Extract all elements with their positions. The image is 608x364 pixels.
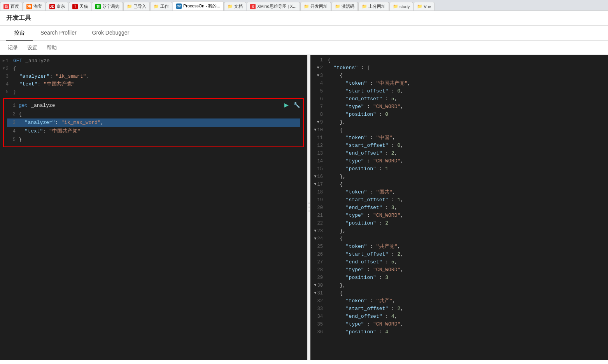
folder-icon-dev: 📁 [304,4,309,9]
inactive-line-5: 5 } [0,88,307,96]
browser-tab-bar: 百 百度 淘 淘宝 JD 京东 T 天猫 苏 苏宁易购 📁 已导入 📁 工作 O… [0,0,608,11]
fold-arrow-30[interactable]: ▼ [314,282,317,289]
tab-work[interactable]: 📁 工作 [150,2,172,10]
line-num-3: 3 [0,73,12,80]
fold-arrow-16[interactable]: ▼ [314,173,317,181]
result-line-2: ▼ 2 "tokens" : [ [310,64,608,72]
result-line-24: ▼ 24 { [310,235,608,243]
result-line-30: ▼ 30 }, [310,282,608,289]
active-line-2: 2 { [7,110,300,118]
app-title: 开发工具 [6,14,31,21]
fold-arrow-2[interactable]: ▼ [3,65,5,73]
tab-vue[interactable]: 📁 Vue [414,2,435,10]
sub-nav-settings[interactable]: 设置 [26,44,39,52]
main-nav: 控台 Search Profiler Grok Debugger [0,26,608,41]
fold-arrow-31[interactable]: ▼ [314,289,317,297]
inactive-line-3: 3 "analyzer": "ik_smart", [0,73,307,80]
result-line-36: 36 "position" : 4 [310,328,608,336]
tab-console[interactable]: 控台 [6,26,33,41]
fold-arrow-3[interactable]: ▼ [317,72,319,80]
folder-icon-docs: 📁 [228,4,233,9]
active-editor-block: ▶ 🔧 1 get _analyze 2 { 3 "analyzer": "ik… [3,98,304,147]
result-line-25: 25 "token" : "共产党", [310,243,608,251]
line-num-5: 5 [0,88,12,96]
tab-xmind[interactable]: X XMind思维导图 | X... [247,2,300,10]
line-content-2: { [12,65,307,73]
folder-icon-vue: 📁 [417,4,422,9]
result-line-35: 35 "type" : "CN_WORD", [310,320,608,328]
sub-nav-help[interactable]: 帮助 [45,44,58,52]
result-line-15: 15 "position" : 1 [310,165,608,173]
tab-processon[interactable]: On ProcessOn - 我的... [173,1,224,10]
result-line-23: ▼ 23 }, [310,227,608,235]
result-line-33: 33 "start_offset" : 2, [310,305,608,313]
tab-suning[interactable]: 苏 苏宁易购 [92,2,123,10]
tab-taobao[interactable]: 淘 淘宝 [23,2,46,10]
code-editor[interactable]: ▶ 1 GET _analyze ▼ 2 { 3 [0,55,307,360]
folder-icon-upper: 📁 [362,4,367,9]
active-line-1: 1 get _analyze [7,101,300,110]
editor-toolbar: ▶ 🔧 [282,101,301,109]
active-line-3: 3 "analyzer": "ik_max_word", [7,118,300,127]
wrench-button[interactable]: 🔧 [292,101,301,109]
tab-tianmao[interactable]: T 天猫 [69,2,91,10]
tab-imported[interactable]: 📁 已导入 [123,2,150,10]
main-content: ▶ 1 GET _analyze ▼ 2 { 3 [0,55,608,360]
app-header: 开发工具 [0,11,608,26]
result-line-14: 14 "type" : "CN_WORD", [310,157,608,165]
run-button[interactable]: ▶ [282,101,291,109]
tab-search-profiler[interactable]: Search Profiler [33,26,84,41]
fold-arrow-24[interactable]: ▼ [314,235,317,243]
folder-icon-imported: 📁 [127,4,132,9]
inactive-line-2: ▼ 2 { [0,65,307,73]
active-line-4: 4 "text": "中国共产党" [7,127,300,136]
result-line-3: ▼ 3 { [310,72,608,80]
result-line-10: ▼ 10 { [310,126,608,134]
inactive-editor-block: ▶ 1 GET _analyze ▼ 2 { 3 [0,56,307,97]
result-line-31: ▼ 31 { [310,289,608,297]
result-line-11: 11 "token" : "中国", [310,134,608,142]
fold-arrow-17[interactable]: ▼ [314,181,317,188]
result-line-8: 8 "position" : 0 [310,111,608,118]
line-content-5: } [12,88,307,96]
tab-jd[interactable]: JD 京东 [46,2,68,10]
result-line-5: 5 "start_offset" : 0, [310,87,608,95]
jd-icon: JD [49,4,55,9]
xmind-icon: X [250,4,256,9]
result-line-29: 29 "position" : 3 [310,274,608,282]
fold-arrow-23[interactable]: ▼ [314,227,317,235]
tab-grok-debugger[interactable]: Grok Debugger [84,26,137,41]
right-panel: 1 { ▼ 2 "tokens" : [ ▼ 3 { [310,55,608,360]
fold-arrow-2[interactable]: ▼ [317,64,319,72]
fold-arrow-10[interactable]: ▼ [314,126,317,134]
result-line-4: 4 "token" : "中国共产党", [310,80,608,87]
panel-divider[interactable]: • • • [307,55,310,360]
active-code-content[interactable]: 1 get _analyze 2 { 3 "analyzer": "ik_max… [4,99,303,146]
line-content-4: "text": "中国共产党" [12,80,307,88]
active-line-5: 5 } [7,136,300,144]
result-line-7: 7 "type" : "CN_WORD", [310,103,608,111]
fold-arrow-9[interactable]: ▼ [317,118,319,126]
result-line-26: 26 "start_offset" : 2, [310,251,608,258]
tab-docs[interactable]: 📁 文档 [224,2,246,10]
inactive-line-1: ▶ 1 GET _analyze [0,57,307,65]
line-num-1: ▶ 1 [0,57,12,65]
tab-upper[interactable]: 📁 上分网址 [358,2,389,10]
taobao-icon: 淘 [26,4,32,9]
folder-icon-code: 📁 [335,4,340,9]
result-line-18: 18 "token" : "国共", [310,188,608,196]
tab-activate[interactable]: 📁 激活码 [331,2,358,10]
sub-nav-history[interactable]: 记录 [6,44,19,52]
result-line-19: 19 "start_offset" : 1, [310,196,608,204]
result-line-21: 21 "type" : "CN_WORD", [310,212,608,219]
result-line-1: 1 { [310,56,608,64]
tab-devsite[interactable]: 📁 开发网址 [300,2,331,10]
tab-study[interactable]: 📁 study [389,2,413,10]
fold-arrow-1[interactable]: ▶ [3,57,5,65]
result-line-16: ▼ 16 }, [310,173,608,181]
result-line-13: 13 "end_offset" : 2, [310,150,608,157]
result-line-32: 32 "token" : "共产", [310,297,608,305]
tab-baidu[interactable]: 百 百度 [0,2,23,10]
result-line-9: ▼ 9 }, [310,118,608,126]
sub-nav: 记录 设置 帮助 [0,41,608,55]
